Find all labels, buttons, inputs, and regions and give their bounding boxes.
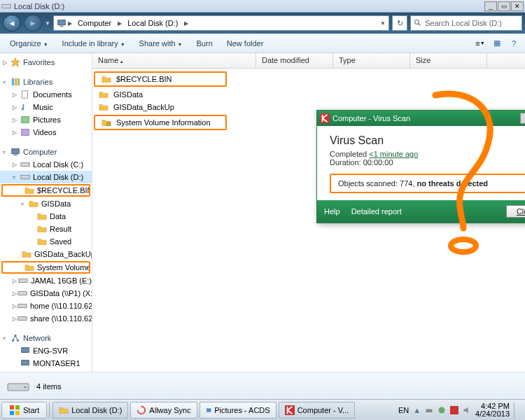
taskbar-item-explorer[interactable]: Local Disk (D:) [52, 402, 128, 419]
svg-rect-10 [22, 117, 29, 123]
music-icon [20, 102, 31, 112]
status-bar: 4 items [0, 372, 525, 400]
search-box[interactable]: Search Local Disk (D:) [410, 15, 522, 31]
library-videos[interactable]: ▷Videos [0, 126, 92, 139]
star-icon [10, 57, 21, 67]
svg-line-4 [419, 24, 421, 26]
file-item-system-volume-information[interactable]: System Volume Information [95, 116, 225, 129]
dialog-completed-text: Completed <1 minute ago [330, 150, 525, 158]
folder-icon [28, 199, 39, 209]
preview-pane-button[interactable]: ▦ [490, 36, 504, 50]
svg-rect-0 [2, 4, 10, 8]
documents-icon [20, 90, 31, 99]
network-drive-home[interactable]: ▷home (\\10.110.62.3) (Y:) [0, 300, 92, 312]
svg-rect-16 [19, 279, 27, 282]
library-pictures[interactable]: ▷Pictures [0, 113, 92, 126]
drive-jamal[interactable]: ▷JAMAL 16GB (E:) [0, 274, 92, 287]
volume-icon[interactable] [463, 406, 471, 414]
system-tray: EN ▲ 4:42 PM4/24/2013 [394, 402, 524, 418]
organize-button[interactable]: Organize▼ [4, 36, 54, 50]
folder-saved[interactable]: Saved [0, 235, 92, 248]
taskbar: Start Local Disk (D:) Allway Sync Pictur… [0, 399, 525, 420]
share-with-button[interactable]: Share with▼ [134, 36, 188, 50]
history-dropdown[interactable]: ▼ [45, 20, 50, 27]
language-indicator[interactable]: EN [398, 406, 409, 414]
dialog-minimize-button[interactable]: _ [520, 113, 525, 124]
drive-icon [7, 378, 29, 395]
dialog-detailed-report-link[interactable]: Detailed report [351, 207, 402, 216]
minimize-button[interactable]: _ [484, 1, 497, 11]
folder-recycle-bin[interactable]: $RECYCLE.BIN [1, 184, 90, 197]
folder-data[interactable]: Data [0, 210, 92, 223]
view-options-button[interactable]: ≡▼ [473, 36, 487, 50]
folder-icon [24, 262, 35, 272]
computer-header[interactable]: ▿Computer [0, 146, 92, 158]
column-header-date-modified[interactable]: Date modified [256, 53, 333, 68]
dialog-close-footer-button[interactable]: Close [506, 205, 525, 218]
kaspersky-icon [320, 113, 330, 123]
folder-result[interactable]: Result [0, 223, 92, 235]
network-pc-p1[interactable]: ▿P1 [0, 370, 92, 372]
folder-gisdata-backup[interactable]: GISData_BackUp [0, 248, 92, 260]
library-documents[interactable]: ▷Documents [0, 88, 92, 101]
command-bar: Organize▼ Include in library▼ Share with… [0, 34, 525, 53]
start-button[interactable]: Start [1, 402, 47, 419]
file-item-recycle-bin[interactable]: $RECYCLE.BIN [95, 73, 225, 85]
forward-button[interactable]: ► [24, 15, 42, 31]
include-in-library-button[interactable]: Include in library▼ [57, 36, 131, 50]
drive-d[interactable]: ▿Local Disk (D:) [0, 171, 92, 183]
file-item-gisdata[interactable]: GISData [92, 88, 525, 101]
back-button[interactable]: ◄ [3, 15, 21, 31]
new-folder-button[interactable]: New folder [221, 36, 270, 50]
svg-line-23 [13, 336, 16, 341]
library-music[interactable]: ▷Music [0, 101, 92, 113]
breadcrumb-drive-d[interactable]: Local Disk (D:) [123, 19, 183, 27]
network-drive-share[interactable]: ▷share (\\10.110.62.3) (Z:) [0, 312, 92, 325]
column-header-size[interactable]: Size [410, 53, 487, 68]
svg-point-32 [451, 239, 476, 252]
network-header[interactable]: ▿Network [0, 332, 92, 344]
breadcrumb-dropdown[interactable]: ▼ [380, 20, 386, 27]
svg-rect-1 [58, 20, 66, 25]
tray-icon[interactable] [425, 406, 433, 414]
favorites-header[interactable]: ▷Favorites [0, 56, 92, 69]
svg-rect-11 [22, 130, 29, 136]
libraries-header[interactable]: ▿Libraries [0, 76, 92, 88]
taskbar-item-pictures[interactable]: Pictures - ACDS [200, 402, 276, 419]
virus-scan-dialog: Computer - Virus Scan _ ✕ Virus Scan Com… [316, 110, 525, 223]
network-drive-gisdata[interactable]: ▷GISData (\\P1) (X:) [0, 287, 92, 300]
svg-marker-5 [11, 58, 20, 66]
maximize-button[interactable]: ▭ [498, 1, 510, 11]
folder-gisdata[interactable]: ▿GISData [0, 197, 92, 210]
dialog-help-link[interactable]: Help [324, 207, 340, 216]
burn-button[interactable]: Burn [191, 36, 218, 50]
refresh-button[interactable]: ↻ [392, 15, 407, 31]
tray-icon[interactable] [450, 406, 458, 414]
taskbar-item-allway-sync[interactable]: Allway Sync [130, 402, 197, 419]
dialog-titlebar[interactable]: Computer - Virus Scan _ ✕ [317, 111, 525, 126]
computer-icon [57, 18, 66, 28]
dialog-completed-time-link[interactable]: <1 minute ago [369, 150, 418, 158]
network-pc-eng-svr[interactable]: ENG-SVR [0, 344, 92, 357]
dialog-heading: Virus Scan [330, 134, 525, 147]
taskbar-item-virus-scan[interactable]: Computer - V... [279, 402, 356, 419]
drive-c[interactable]: ▷Local Disk (C:) [0, 158, 92, 171]
network-pc-montaser1[interactable]: MONTASER1 [0, 357, 92, 370]
show-desktop-button[interactable] [514, 402, 519, 418]
tray-icon[interactable]: ▲ [413, 406, 421, 414]
file-list-area: Name ▴ Date modified Type Size $RECYCLE.… [92, 53, 525, 372]
breadcrumb-computer[interactable]: Computer [74, 19, 116, 27]
column-header-type[interactable]: Type [333, 53, 410, 68]
pictures-icon [206, 405, 212, 415]
svg-rect-44 [450, 406, 458, 414]
close-button[interactable]: ✕ [511, 1, 524, 11]
search-icon [414, 19, 422, 27]
tray-icon[interactable] [438, 406, 446, 414]
folder-system-volume-information[interactable]: System Volume Inform [1, 261, 90, 274]
svg-rect-6 [12, 78, 15, 86]
clock[interactable]: 4:42 PM4/24/2013 [475, 402, 510, 418]
column-header-name[interactable]: Name ▴ [92, 53, 256, 68]
search-placeholder: Search Local Disk (D:) [425, 19, 502, 27]
help-button[interactable]: ? [507, 36, 521, 50]
breadcrumb[interactable]: ▶ Computer ▶ Local Disk (D:) ▶ ▼ [53, 15, 389, 31]
